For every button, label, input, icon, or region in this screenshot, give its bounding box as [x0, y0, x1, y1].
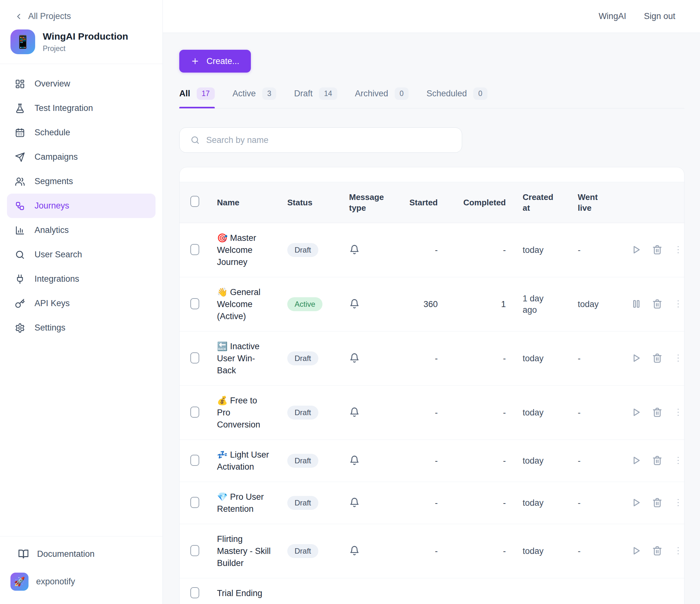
signout-link[interactable]: Sign out	[644, 11, 675, 21]
topbar-project-link[interactable]: WingAI	[599, 11, 626, 21]
bell-icon	[349, 497, 360, 508]
book-open-icon	[18, 549, 29, 559]
table-row: 👋 General Welcome (Active) Active 360 1 …	[180, 277, 684, 332]
table-row: Flirting Mastery - Skill Builder Draft -…	[180, 524, 684, 578]
tab-archived[interactable]: Archived 0	[355, 88, 409, 108]
more-button[interactable]	[672, 497, 684, 509]
row-checkbox[interactable]	[190, 298, 199, 309]
search-bar	[179, 127, 462, 153]
row-checkbox[interactable]	[190, 353, 199, 363]
delete-button[interactable]	[652, 546, 663, 557]
sidebar-item-overview[interactable]: Overview	[7, 72, 155, 96]
row-checkbox[interactable]	[190, 407, 199, 418]
select-all-checkbox[interactable]	[190, 196, 199, 207]
trash-icon	[652, 407, 662, 418]
status-badge: Draft	[287, 454, 318, 468]
more-button[interactable]	[672, 244, 684, 256]
more-icon	[673, 546, 683, 556]
completed-value: -	[442, 456, 510, 466]
sidebar: All Projects 📱 WingAI Production Project…	[0, 0, 163, 604]
sidebar-item-user-search[interactable]: User Search	[7, 242, 155, 267]
gear-icon	[15, 323, 25, 333]
pause-icon	[631, 298, 642, 309]
play-button[interactable]	[631, 353, 642, 364]
sidebar-item-schedule[interactable]: Schedule	[7, 120, 155, 145]
table-body: 🎯 Master Welcome Journey Draft - - today…	[180, 223, 684, 604]
delete-button[interactable]	[652, 353, 663, 364]
journey-name-link[interactable]: 🎯 Master Welcome Journey	[217, 232, 287, 268]
send-icon	[15, 152, 25, 162]
journey-name-link[interactable]: 🔙 Inactive User Win-Back	[217, 340, 287, 377]
delete-button[interactable]	[652, 455, 663, 466]
row-checkbox[interactable]	[190, 545, 199, 556]
row-checkbox[interactable]	[190, 455, 199, 466]
search-input[interactable]	[206, 135, 451, 145]
delete-button[interactable]	[652, 407, 663, 418]
created-at-value: today	[510, 407, 575, 418]
table-header-row: Name Status Message type Started Complet…	[180, 182, 684, 223]
row-checkbox[interactable]	[190, 587, 199, 598]
back-to-all-projects-link[interactable]: All Projects	[14, 11, 162, 21]
journey-name-link[interactable]: Trial Ending	[217, 587, 287, 599]
key-icon	[15, 298, 25, 309]
play-button[interactable]	[631, 407, 642, 418]
journey-name-link[interactable]: 💤 Light User Activation	[217, 449, 287, 473]
started-value: -	[397, 456, 442, 466]
journey-name-link[interactable]: 💰 Free to Pro Conversion	[217, 394, 287, 431]
more-icon	[673, 298, 683, 309]
row-actions	[630, 497, 684, 509]
row-checkbox[interactable]	[190, 244, 199, 255]
sidebar-nav: Overview Test Integration Schedule Campa…	[0, 64, 162, 340]
sidebar-item-campaigns[interactable]: Campaigns	[7, 145, 155, 169]
create-button[interactable]: Create...	[179, 50, 251, 73]
tab-draft[interactable]: Draft 14	[294, 88, 337, 108]
went-live-value: -	[575, 546, 630, 557]
started-value: -	[397, 498, 442, 508]
tab-scheduled[interactable]: Scheduled 0	[426, 88, 487, 108]
brand-link[interactable]: 🚀 exponotify	[10, 573, 162, 591]
more-button[interactable]	[672, 353, 684, 364]
journey-name-link[interactable]: 👋 General Welcome (Active)	[217, 286, 287, 322]
status-badge: Draft	[287, 496, 318, 510]
row-actions	[630, 353, 684, 364]
journey-name-link[interactable]: Flirting Mastery - Skill Builder	[217, 533, 287, 569]
sidebar-item-settings[interactable]: Settings	[7, 316, 155, 340]
play-icon	[631, 455, 642, 466]
content: Create... All 17 Active 3 Draft 14 Archi…	[163, 33, 700, 604]
play-button[interactable]	[631, 455, 642, 466]
trash-icon	[652, 298, 662, 309]
column-header-started: Started	[397, 198, 442, 208]
delete-button[interactable]	[652, 298, 663, 310]
tab-count-badge: 0	[395, 88, 409, 100]
sidebar-item-journeys[interactable]: Journeys	[7, 194, 155, 218]
more-button[interactable]	[672, 546, 684, 557]
play-button[interactable]	[631, 546, 642, 557]
tab-active[interactable]: Active 3	[232, 88, 276, 108]
play-button[interactable]	[631, 244, 642, 256]
more-button[interactable]	[672, 298, 684, 310]
sidebar-item-test-integration[interactable]: Test Integration	[7, 96, 155, 120]
more-button[interactable]	[672, 407, 684, 418]
row-actions	[630, 407, 684, 418]
sidebar-item-analytics[interactable]: Analytics	[7, 218, 155, 242]
pause-button[interactable]	[631, 298, 642, 310]
users-icon	[15, 176, 25, 187]
completed-value: -	[442, 546, 510, 556]
sidebar-item-integrations[interactable]: Integrations	[7, 267, 155, 291]
table-row: 💤 Light User Activation Draft - - today …	[180, 440, 684, 482]
delete-button[interactable]	[652, 497, 663, 509]
row-checkbox[interactable]	[190, 497, 199, 508]
delete-button[interactable]	[652, 244, 663, 256]
sidebar-item-api-keys[interactable]: API Keys	[7, 291, 155, 316]
tab-all[interactable]: All 17	[179, 88, 215, 108]
column-header-name: Name	[217, 198, 287, 208]
status-badge: Active	[287, 297, 322, 311]
project-name: WingAI Production	[43, 31, 128, 42]
more-icon	[673, 497, 683, 508]
sidebar-item-segments[interactable]: Segments	[7, 169, 155, 194]
documentation-link[interactable]: Documentation	[18, 549, 162, 559]
status-badge: Draft	[287, 243, 318, 257]
play-button[interactable]	[631, 497, 642, 509]
journey-name-link[interactable]: 💎 Pro User Retention	[217, 491, 287, 515]
more-button[interactable]	[672, 455, 684, 466]
